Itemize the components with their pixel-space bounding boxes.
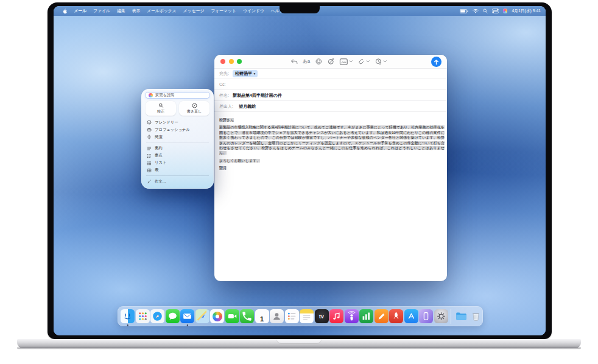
dock-slot-app-store [404, 309, 418, 323]
table-grid-icon [147, 168, 152, 173]
menu-bar-clock[interactable]: 4月1日(水) 9:41 [512, 8, 541, 14]
chevron-down-icon [366, 60, 370, 63]
phone-icon[interactable] [240, 309, 254, 323]
bullet-list-icon [147, 161, 152, 166]
writing-tools-item-list[interactable]: リスト [146, 159, 209, 167]
menubar-menu-message[interactable]: メッセージ [180, 8, 208, 14]
safari-icon[interactable] [150, 309, 164, 323]
window-controls [220, 59, 242, 64]
menubar-menu-view[interactable]: 表示 [128, 8, 144, 14]
menubar-menu-window[interactable]: ウインドウ [239, 8, 267, 14]
body-paragraph: 新製品の市場投入戦略に関する第4四半期計画について、改めてご連絡です。今がまさに… [219, 125, 445, 155]
tv-icon[interactable]: tv [315, 309, 329, 323]
schedule-send-control[interactable] [375, 58, 387, 65]
summary-lines-icon [147, 146, 152, 151]
menubar-menu-format[interactable]: フォーマット [208, 8, 240, 14]
writing-tools-item-key-points[interactable]: 要点 [146, 152, 209, 159]
dock-slot-music [329, 309, 343, 323]
emoji-icon[interactable] [315, 58, 322, 65]
attach-file-icon [357, 58, 365, 65]
divider [146, 142, 209, 142]
numbers-icon[interactable] [359, 309, 373, 323]
dock-slot-maps [195, 309, 209, 323]
camera-notch [280, 6, 320, 13]
recipient-pill[interactable]: 松野浩平 [233, 70, 258, 77]
app-store-icon[interactable] [404, 309, 418, 323]
dock-slot-notes [300, 309, 314, 323]
rocket-icon[interactable] [389, 309, 403, 323]
notes-icon[interactable] [300, 309, 314, 323]
wifi-icon[interactable] [473, 9, 479, 13]
messages-icon[interactable] [166, 309, 180, 323]
facetime-icon[interactable] [225, 309, 239, 323]
photo-browser-control[interactable] [339, 58, 353, 65]
tone-options: フレンドリープロフェッショナル簡潔 [146, 119, 209, 141]
maps-icon[interactable] [195, 309, 209, 323]
close-window-button[interactable] [220, 59, 225, 64]
send-button[interactable] [431, 57, 441, 67]
apple-intelligence-icon [149, 93, 153, 97]
dock-slot-mail [180, 309, 194, 323]
writing-tools-actions: 校正書き直し [146, 101, 209, 116]
writing-tools-item-compose[interactable]: 作文… [146, 178, 209, 185]
menu-bar-status-area: 4月1日(水) 9:41 [460, 8, 541, 14]
to-field[interactable]: 宛先: 松野浩平 [214, 68, 447, 79]
apple-menu-icon[interactable] [58, 9, 71, 14]
from-value: 望月義絵 [239, 103, 256, 110]
undo-icon[interactable] [290, 58, 298, 65]
trash-icon[interactable] [469, 309, 483, 323]
siri-icon[interactable] [503, 9, 508, 13]
music-icon[interactable] [329, 309, 343, 323]
finder-icon[interactable] [121, 309, 135, 323]
attach-file-control[interactable] [357, 58, 370, 65]
proofread-icon [158, 103, 164, 108]
chevron-down-icon [383, 60, 387, 63]
zoom-window-button[interactable] [237, 59, 242, 64]
message-body[interactable]: 松野さん 新製品の市場投入戦略に関する第4四半期計画について、改めてご連絡です。… [214, 110, 447, 281]
menubar-menu-mailbox[interactable]: メールボックス [144, 8, 180, 14]
pencil-icon [147, 179, 152, 184]
rewrite-button[interactable]: 書き直し [179, 101, 209, 116]
describe-changes-field[interactable]: 変更を説明 [146, 93, 209, 98]
settings-icon[interactable] [434, 309, 448, 323]
format-text-icon[interactable]: あa [303, 58, 310, 65]
dock-slot-pages [375, 309, 389, 323]
key-points-icon [147, 153, 152, 158]
header-fields: 宛先: 松野浩平 Cc: 件名: 新製品第4四半期計画の件 差出人: 望月義絵 [214, 68, 447, 112]
writing-tools-icon[interactable] [327, 58, 334, 65]
body-signature: 望月 [219, 166, 445, 170]
writing-tools-item-concise[interactable]: 簡潔 [146, 133, 209, 141]
macos-desktop: メールファイル編集表示メールボックスメッセージフォーマットウインドウヘルプ 4月… [54, 6, 546, 335]
subject-field[interactable]: 件名: 新製品第4四半期計画の件 [214, 90, 447, 101]
photo-browser-icon [339, 58, 348, 65]
menubar-menu-file[interactable]: ファイル [90, 8, 114, 14]
pages-icon[interactable] [375, 309, 389, 323]
menubar-menu-edit[interactable]: 編集 [114, 8, 129, 14]
body-greeting: 松野さん [219, 117, 445, 122]
photos-icon[interactable] [210, 309, 224, 323]
mail-icon[interactable] [180, 309, 194, 323]
writing-tools-item-table[interactable]: 表 [146, 167, 209, 174]
cc-field[interactable]: Cc: [214, 79, 447, 90]
subject-label: 件名: [219, 93, 229, 99]
macbook-base [17, 339, 581, 348]
writing-tools-item-friendly[interactable]: フレンドリー [146, 119, 209, 126]
podcasts-icon[interactable] [345, 309, 359, 323]
proofread-button[interactable]: 校正 [146, 101, 176, 116]
window-title-bar[interactable]: あa [214, 55, 447, 69]
compress-icon [147, 135, 152, 139]
iphone-mirroring-icon[interactable] [419, 309, 433, 323]
menubar-menu-mail[interactable]: メール [71, 8, 90, 14]
control-center-icon[interactable] [492, 9, 499, 13]
dock-slot-reminders [285, 309, 299, 323]
downloads-icon[interactable] [454, 309, 468, 323]
spotlight-search-icon[interactable] [483, 9, 488, 13]
minimize-window-button[interactable] [229, 59, 234, 64]
contacts-icon[interactable] [270, 309, 284, 323]
writing-tools-item-summary[interactable]: 要約 [146, 145, 209, 152]
writing-tools-item-professional[interactable]: プロフェッショナル [146, 126, 209, 133]
reminders-icon[interactable] [285, 309, 299, 323]
calendar-icon[interactable]: 1 [255, 309, 269, 323]
battery-icon[interactable] [460, 9, 468, 13]
launchpad-icon[interactable] [136, 309, 150, 323]
